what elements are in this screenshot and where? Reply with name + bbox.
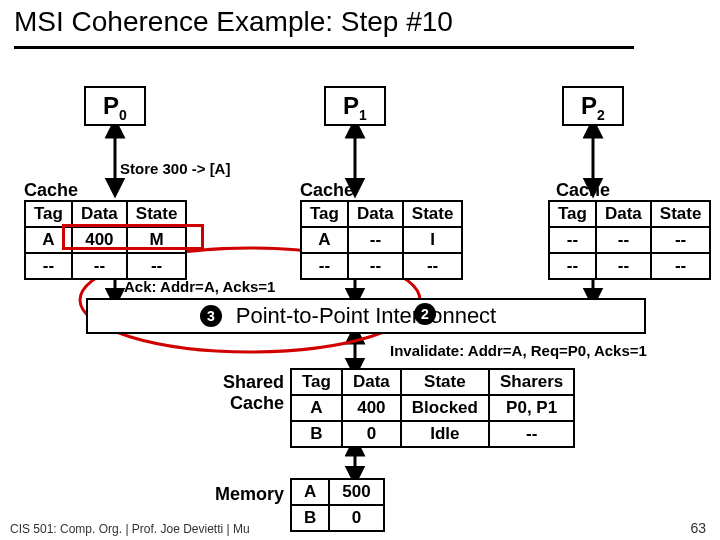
cache-table-p2: TagDataState ------ ------ [548, 200, 711, 280]
memory-table: A500 B0 [290, 478, 385, 532]
memory-label: Memory [204, 484, 284, 505]
cache-table-p1: TagDataState A--I ------ [300, 200, 463, 280]
page-title: MSI Coherence Example: Step #10 [14, 6, 453, 38]
step-circle-2: 2 [414, 303, 436, 325]
step-circle-3: 3 [200, 305, 222, 327]
footer-text: CIS 501: Comp. Org. | Prof. Joe Devietti… [10, 522, 250, 536]
cache-label-p1: Cache [300, 180, 354, 201]
interconnect-box: Point-to-Point Interconnect [86, 298, 646, 334]
store-label: Store 300 -> [A] [120, 160, 230, 177]
shared-cache-label: SharedCache [204, 372, 284, 414]
invalidate-label: Invalidate: Addr=A, Req=P0, Acks=1 [390, 342, 647, 359]
proc-p1: P1 [324, 86, 386, 126]
page-number: 63 [690, 520, 706, 536]
shared-cache-table: TagDataStateSharers A400BlockedP0, P1 B0… [290, 368, 575, 448]
cache-label-p2: Cache [556, 180, 610, 201]
proc-p2: P2 [562, 86, 624, 126]
title-rule [14, 46, 634, 49]
cache-table-p0: TagDataState A400M ------ [24, 200, 187, 280]
cache-label-p0: Cache [24, 180, 78, 201]
ack-label: Ack: Addr=A, Acks=1 [124, 278, 275, 295]
proc-p0: P0 [84, 86, 146, 126]
